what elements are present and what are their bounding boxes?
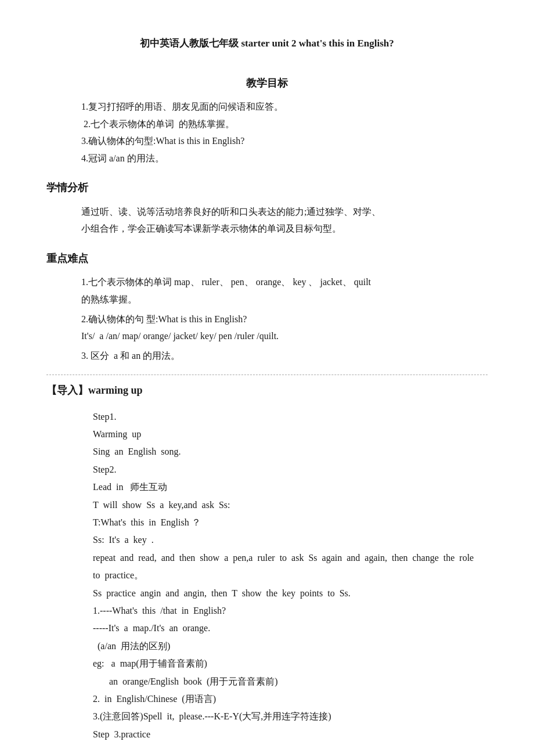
teaching-goal-2: 2.七个表示物体的单词 的熟练掌握。: [81, 116, 488, 133]
step-1-sing: Sing an English song.: [93, 443, 488, 460]
teaching-goals-section: 教学目标 1.复习打招呼的用语、朋友见面的问候语和应答。 2.七个表示物体的单词…: [46, 74, 488, 167]
step-1-label: Step1.: [93, 408, 488, 426]
step-2-t-question: T:What's this in English ？: [93, 514, 488, 531]
step-2-practice: Ss practice angin and angin, then T show…: [93, 585, 488, 602]
key-point-3-spell: 3.(注意回答)Spell it, please.---K-E-Y(大写,并用连…: [93, 708, 488, 725]
step-1-warmup: Warming up: [93, 426, 488, 443]
step-2-repeat: repeat and read, and then show a pen,a r…: [93, 549, 488, 585]
teaching-goals-content: 1.复习打招呼的用语、朋友见面的问候语和应答。 2.七个表示物体的单词 的熟练掌…: [46, 98, 488, 167]
teaching-goals-heading: 教学目标: [46, 74, 488, 92]
step-2-ss-answer: Ss: It's a key .: [93, 531, 488, 549]
key-point-1-eg1: eg: a map(用于辅音音素前): [93, 655, 488, 672]
key-point-1-a: -----It's a map./It's an orange.: [93, 620, 488, 637]
intro-heading: 【导入】warming up: [46, 381, 488, 399]
key-points-content: 1.七个表示物体的单词 map、 ruler、 pen、 orange、 key…: [46, 273, 488, 364]
steps-content: Step1. Warming up Sing an English song. …: [46, 408, 488, 743]
key-point-2-lang: 2. in English/Chinese (用语言): [93, 690, 488, 708]
step-2-t-action: T will show Ss a key,and ask Ss:: [93, 496, 488, 514]
step-2-label: Step2.: [93, 461, 488, 478]
analysis-section: 学情分析 通过听、读、说等活动培养良好的听和口头表达的能力;通过独学、对学、小组…: [46, 178, 488, 237]
intro-section: 【导入】warming up Step1. Warming up Sing an…: [46, 381, 488, 743]
analysis-heading: 学情分析: [46, 178, 488, 197]
teaching-goal-1: 1.复习打招呼的用语、朋友见面的问候语和应答。: [81, 98, 488, 116]
key-point-1-q: 1.----What's this /that in English?: [93, 602, 488, 620]
key-points-heading: 重点难点: [46, 249, 488, 268]
step-3-label: Step 3.practice: [93, 726, 488, 743]
key-point-1-eg2: an orange/English book (用于元音音素前): [93, 673, 488, 690]
page-title: 初中英语人教版七年级 starter unit 2 what's this in…: [46, 35, 488, 53]
teaching-goal-3: 3.确认物体的句型:What is this in English?: [81, 132, 488, 150]
key-point-1: 1.七个表示物体的单词 map、 ruler、 pen、 orange、 key…: [81, 273, 488, 308]
key-point-2: 2.确认物体的句 型:What is this in English?It's/…: [81, 311, 488, 345]
key-point-1-note: (a/an 用法的区别): [93, 638, 488, 655]
analysis-content: 通过听、读、说等活动培养良好的听和口头表达的能力;通过独学、对学、小组合作，学会…: [46, 203, 488, 237]
key-point-3: 3. 区分 a 和 an 的用法。: [81, 347, 488, 365]
key-points-section: 重点难点 1.七个表示物体的单词 map、 ruler、 pen、 orange…: [46, 249, 488, 375]
step-2-leadin: Lead in 师生互动: [93, 478, 488, 496]
teaching-goal-4: 4.冠词 a/an 的用法。: [81, 150, 488, 167]
